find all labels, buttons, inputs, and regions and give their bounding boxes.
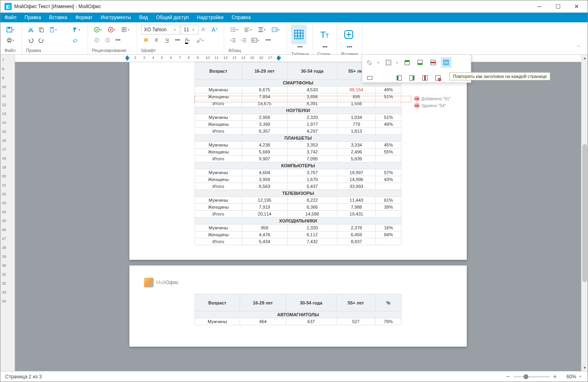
- document-scroll-area[interactable]: Возраст16-29 лет30-54 года55+ лет%СМАРТФ…: [15, 62, 581, 371]
- insert-row-above-button[interactable]: [402, 57, 412, 68]
- menu-вид[interactable]: Вид: [135, 13, 152, 22]
- menu-правка[interactable]: Правка: [21, 13, 45, 22]
- svg-text:1.15: 1.15: [273, 28, 278, 31]
- delete-table-button[interactable]: [433, 73, 443, 83]
- delete-row-button[interactable]: [428, 57, 438, 68]
- menu-вставка[interactable]: Вставка: [45, 13, 71, 22]
- svg-rect-1: [8, 27, 10, 29]
- change-removed-label[interactable]: НВУдалено "54": [414, 103, 446, 108]
- menu-надстройки[interactable]: Надстройки: [193, 13, 227, 22]
- svg-point-16: [105, 38, 109, 42]
- font-name-select[interactable]: XO Tahion▾: [141, 25, 180, 35]
- change-added-label[interactable]: НВДобавлено "61": [414, 96, 451, 101]
- cell-fill-button[interactable]: [365, 57, 375, 68]
- eraser-button[interactable]: [71, 35, 80, 45]
- bold-button[interactable]: Ж: [141, 35, 151, 45]
- ribbon-group-label: Абзац: [228, 46, 283, 54]
- menubar: ФайлПравкаВставкаФорматИнструментыВидОбщ…: [0, 13, 588, 22]
- svg-rect-8: [41, 28, 43, 32]
- format-painter-button[interactable]: ▾: [71, 25, 84, 35]
- document-page: МойОфис Возраст16-29 лет30-54 года55+ ле…: [129, 265, 467, 347]
- page-indicator[interactable]: Страница 2 из 3: [5, 374, 42, 380]
- accept-change-button[interactable]: ▾: [92, 25, 105, 35]
- merge-cells-button[interactable]: [365, 73, 375, 83]
- minimize-button[interactable]: ─: [530, 0, 549, 13]
- review-more-button[interactable]: •••: [113, 35, 123, 45]
- font-color-button[interactable]: A▾: [183, 35, 193, 45]
- insert-col-left-button[interactable]: [394, 73, 404, 83]
- tab-stop-button[interactable]: ▾: [249, 35, 262, 45]
- data-table[interactable]: Возраст16-29 лет30-54 года55+ лет%АВТОМА…: [195, 294, 401, 325]
- font-more-button[interactable]: •••: [173, 35, 182, 45]
- bullet-list-button[interactable]: ▾: [228, 25, 241, 35]
- styles-more-button[interactable]: •••: [320, 44, 330, 50]
- titlebar: ◧ МойОфис Текст [Изменен] - МойОфис ─ ☐ …: [0, 0, 588, 13]
- ribbon-group-label: Рецензирование: [92, 46, 133, 54]
- save-button[interactable]: ▾: [4, 25, 17, 35]
- svg-rect-36: [367, 76, 372, 80]
- svg-rect-34: [444, 60, 449, 62]
- svg-rect-31: [418, 60, 423, 63]
- table-more-button[interactable]: •••: [295, 44, 305, 50]
- svg-point-15: [95, 38, 99, 42]
- menu-файл[interactable]: Файл: [0, 13, 21, 22]
- paste-button[interactable]: ▾: [47, 25, 60, 35]
- reject-change-button[interactable]: ▾: [106, 25, 119, 35]
- menu-формат[interactable]: Формат: [71, 13, 97, 22]
- ribbon-group-label: Правка: [26, 46, 84, 54]
- grow-font-button[interactable]: A⁺: [210, 25, 220, 35]
- close-button[interactable]: ✕: [567, 0, 586, 13]
- maximize-button[interactable]: ☐: [549, 0, 567, 13]
- svg-rect-11: [73, 39, 77, 42]
- font-size-select[interactable]: 11▾: [181, 25, 199, 35]
- redo-button[interactable]: [36, 35, 46, 45]
- insert-button[interactable]: [341, 25, 356, 44]
- undo-button[interactable]: [26, 35, 36, 45]
- zoom-dropdown[interactable]: ▾: [579, 375, 583, 378]
- zoom-in-button[interactable]: +: [553, 373, 557, 380]
- valign-button[interactable]: ▾: [256, 25, 269, 35]
- styles-button[interactable]: TT: [317, 25, 333, 44]
- zoom-slider[interactable]: [513, 376, 550, 378]
- collapse-ribbon-button[interactable]: ˄: [575, 44, 583, 52]
- insert-col-right-button[interactable]: [407, 73, 417, 83]
- data-table[interactable]: Возраст16-29 лет30-54 года55+ лет%СМАРТФ…: [195, 62, 401, 245]
- highlight-button[interactable]: ▾: [194, 35, 207, 45]
- underline-button[interactable]: Ч: [162, 35, 172, 45]
- menu-общий доступ[interactable]: Общий доступ: [152, 13, 193, 22]
- svg-rect-39: [413, 76, 414, 80]
- borders-button[interactable]: [383, 57, 394, 68]
- table-button[interactable]: [291, 25, 307, 44]
- repeat-header-button[interactable]: [441, 57, 451, 68]
- shrink-font-button[interactable]: A⁻: [200, 25, 209, 35]
- ribbon-group-label: Файл: [4, 46, 17, 54]
- svg-rect-28: [405, 60, 410, 62]
- svg-rect-3: [8, 38, 11, 39]
- italic-button[interactable]: К: [152, 35, 161, 45]
- tooltip: Повторять как заголовок на каждой страни…: [449, 72, 550, 80]
- svg-point-19: [231, 31, 232, 32]
- review-mode-button[interactable]: ▾: [120, 25, 133, 35]
- zoom-value[interactable]: 60%: [560, 374, 576, 380]
- insert-row-below-button[interactable]: [415, 57, 425, 68]
- svg-point-18: [231, 29, 232, 30]
- paragraph-more-button[interactable]: •••: [263, 35, 273, 45]
- next-change-button[interactable]: [103, 35, 112, 45]
- print-button[interactable]: ▾: [4, 35, 17, 45]
- prev-change-button[interactable]: [92, 35, 102, 45]
- delete-col-button[interactable]: [420, 73, 430, 83]
- align-button[interactable]: ▾: [242, 25, 255, 35]
- svg-rect-30: [418, 63, 423, 65]
- menu-справка[interactable]: Справка: [227, 13, 255, 22]
- insert-more-button[interactable]: •••: [345, 44, 354, 50]
- cut-button[interactable]: [26, 25, 36, 35]
- menu-инструменты[interactable]: Инструменты: [97, 13, 135, 22]
- vertical-scrollbar[interactable]: ▲ ▼: [581, 55, 588, 371]
- line-spacing-button[interactable]: 1.15▾: [270, 25, 283, 35]
- ribbon: ▾ ▾ Файл ▾: [0, 22, 588, 55]
- increase-indent-button[interactable]: [239, 35, 249, 45]
- svg-rect-29: [405, 62, 410, 65]
- copy-button[interactable]: [36, 25, 46, 35]
- zoom-out-button[interactable]: −: [506, 373, 510, 380]
- decrease-indent-button[interactable]: [228, 35, 238, 45]
